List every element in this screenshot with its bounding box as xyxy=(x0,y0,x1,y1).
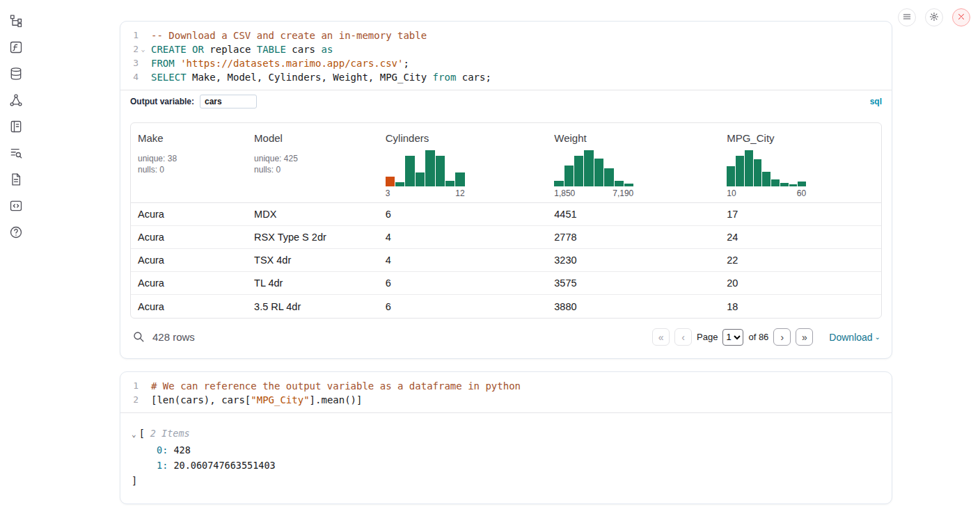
close-button[interactable] xyxy=(952,8,970,26)
column-header[interactable]: Cylinders312 xyxy=(379,132,548,198)
table-cell: Acura xyxy=(131,255,247,266)
table-cell: RSX Type S 2dr xyxy=(247,232,379,243)
code-text: -- Download a CSV and create an in-memor… xyxy=(148,29,427,42)
histogram-bar xyxy=(574,156,583,186)
pagination: « ‹ Page 1 of 86 › » Download⌄ xyxy=(652,328,880,346)
table-cell: 17 xyxy=(720,209,881,220)
download-button[interactable]: Download⌄ xyxy=(829,332,880,343)
histogram-bar xyxy=(615,181,624,186)
data-table: Makeunique: 38nulls: 0Modelunique: 425nu… xyxy=(130,122,882,319)
column-name: Model xyxy=(254,132,379,144)
table-cell: 3230 xyxy=(547,255,720,266)
sql-code-editor[interactable]: 1-- Download a CSV and create an in-memo… xyxy=(120,22,892,90)
histogram-bar xyxy=(762,172,770,186)
histogram-bar xyxy=(425,150,434,186)
column-header[interactable]: Weight1,8507,190 xyxy=(547,132,720,198)
notebook: 1-- Download a CSV and create an in-memo… xyxy=(120,21,892,504)
table-cell: 2778 xyxy=(547,232,720,243)
histogram-bar xyxy=(455,172,464,186)
code-text: # We can reference the output variable a… xyxy=(148,379,521,393)
sidebar-item-documentation[interactable] xyxy=(8,172,24,188)
histogram-bar xyxy=(789,184,798,186)
download-label: Download xyxy=(829,332,872,343)
table-row: Acura3.5 RL 4dr6388018 xyxy=(131,295,881,318)
last-page-button[interactable]: » xyxy=(796,328,813,346)
column-header[interactable]: Modelunique: 425nulls: 0 xyxy=(247,132,379,198)
histogram-range: 312 xyxy=(386,188,465,198)
sidebar-item-file-tree[interactable] xyxy=(8,14,24,29)
column-name: MPG_City xyxy=(727,132,881,144)
line-number: 1 xyxy=(120,379,139,393)
sidebar-item-scratchpad[interactable] xyxy=(8,120,24,135)
sidebar-item-help[interactable] xyxy=(8,225,24,241)
table-row: AcuraTSX 4dr4323022 xyxy=(131,249,881,272)
page-label: Page xyxy=(697,332,718,342)
line-number: 1 xyxy=(120,29,139,42)
histogram-bar xyxy=(736,156,744,186)
histogram-bar xyxy=(445,181,455,186)
fold-chevron-icon[interactable]: ⌄ xyxy=(139,42,148,56)
database-icon xyxy=(9,72,23,83)
first-page-button[interactable]: « xyxy=(652,328,670,346)
table-body: AcuraMDX6445117AcuraRSX Type S 2dr427782… xyxy=(131,203,881,318)
scratchpad-icon xyxy=(9,125,23,136)
code-box-icon xyxy=(9,204,23,215)
table-cell: 3575 xyxy=(547,277,720,289)
column-header[interactable]: Makeunique: 38nulls: 0 xyxy=(131,132,247,198)
file-tree-icon xyxy=(9,19,23,30)
output-variable-input[interactable] xyxy=(200,95,257,108)
row-count: 428 rows xyxy=(152,331,195,343)
column-name: Cylinders xyxy=(386,132,548,144)
settings-button[interactable] xyxy=(925,8,943,26)
gear-icon xyxy=(929,12,939,24)
sidebar-item-logs[interactable] xyxy=(8,146,24,161)
sidebar-item-dependency-graph[interactable] xyxy=(8,93,24,108)
column-stats: unique: 38nulls: 0 xyxy=(138,153,247,175)
table-cell: 3.5 RL 4dr xyxy=(247,301,379,312)
file-text-icon xyxy=(9,178,23,188)
table-cell: TSX 4dr xyxy=(247,255,379,266)
histogram-bar xyxy=(416,172,425,186)
table-footer: 428 rows « ‹ Page 1 of 86 › » Download⌄ xyxy=(130,319,882,348)
python-code-editor[interactable]: 1# We can reference the output variable … xyxy=(120,372,892,412)
sidebar-item-helper-functions[interactable] xyxy=(8,40,24,56)
chevron-down-icon: ⌄ xyxy=(875,333,880,341)
histogram-bars xyxy=(727,150,806,186)
histogram-range: 1060 xyxy=(727,188,806,198)
table-row: AcuraMDX6445117 xyxy=(131,203,881,226)
search-icon xyxy=(132,335,145,345)
close-icon xyxy=(956,12,966,24)
sidebar-item-snippets[interactable] xyxy=(8,199,24,214)
code-text: CREATE OR replace TABLE cars as xyxy=(148,42,333,56)
prev-page-button[interactable]: ‹ xyxy=(674,328,692,346)
python-output: ⌄[2 Items 0: 4281: 20.060747663551403 ] xyxy=(120,412,892,504)
histogram-bars xyxy=(386,150,465,186)
page-select[interactable]: 1 xyxy=(722,329,743,346)
search-button[interactable] xyxy=(132,330,145,344)
next-page-button[interactable]: › xyxy=(773,328,791,346)
menu-button[interactable] xyxy=(898,8,916,26)
collapse-chevron-icon[interactable]: ⌄ xyxy=(132,430,136,439)
sidebar xyxy=(0,0,32,241)
histogram-bar xyxy=(754,159,762,186)
column-header[interactable]: MPG_City1060 xyxy=(720,132,881,198)
histogram-bar xyxy=(395,182,404,186)
column-name: Weight xyxy=(554,132,720,144)
table-cell: 6 xyxy=(379,301,548,312)
code-line: 1-- Download a CSV and create an in-memo… xyxy=(120,29,892,42)
table-cell: Acura xyxy=(131,301,247,312)
histogram-bar xyxy=(386,177,395,186)
histogram-bar xyxy=(584,150,593,186)
table-cell: MDX xyxy=(247,209,379,220)
column-histogram: 1060 xyxy=(727,150,806,198)
table-cell: 4 xyxy=(379,255,548,266)
graph-icon xyxy=(9,99,23,109)
fold-spacer xyxy=(139,70,148,84)
code-line: 1# We can reference the output variable … xyxy=(120,379,892,393)
sidebar-item-datasources[interactable] xyxy=(8,67,24,82)
line-number: 2 xyxy=(120,393,139,407)
sql-cell: 1-- Download a CSV and create an in-memo… xyxy=(120,21,892,359)
table-cell: 4451 xyxy=(547,209,720,220)
list-search-icon xyxy=(9,152,23,162)
histogram-bar xyxy=(798,182,806,186)
